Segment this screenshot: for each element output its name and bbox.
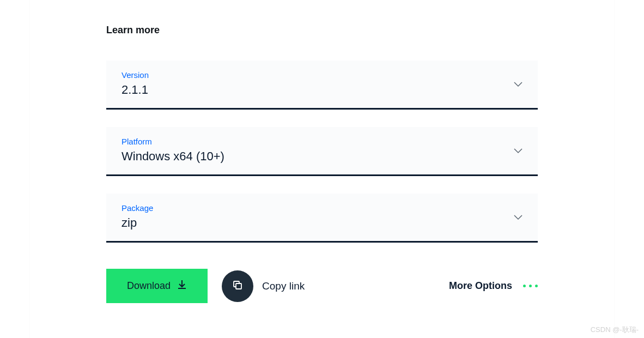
package-value: zip xyxy=(121,216,523,230)
copy-link-button[interactable] xyxy=(222,270,253,302)
watermark: CSDN @-耿瑞- xyxy=(591,325,639,335)
version-dropdown[interactable]: Version 2.1.1 xyxy=(106,61,538,110)
download-button[interactable]: Download xyxy=(106,269,208,303)
platform-value: Windows x64 (10+) xyxy=(121,149,523,164)
download-icon xyxy=(177,280,187,292)
copy-icon xyxy=(232,280,243,292)
chevron-down-icon xyxy=(514,213,523,222)
learn-more-link[interactable]: Learn more xyxy=(106,25,538,36)
version-value: 2.1.1 xyxy=(121,83,523,97)
more-options-dots-icon xyxy=(523,285,538,287)
platform-dropdown[interactable]: Platform Windows x64 (10+) xyxy=(106,127,538,176)
svg-rect-0 xyxy=(236,283,241,289)
actions-row: Download Copy link More Options xyxy=(106,269,538,303)
version-label: Version xyxy=(121,70,523,80)
more-options-button[interactable]: More Options xyxy=(449,280,538,292)
more-options-label: More Options xyxy=(449,280,512,292)
download-label: Download xyxy=(127,280,171,292)
package-label: Package xyxy=(121,203,523,213)
copy-link-label: Copy link xyxy=(262,280,305,292)
package-dropdown[interactable]: Package zip xyxy=(106,194,538,243)
chevron-down-icon xyxy=(514,146,523,156)
chevron-down-icon xyxy=(514,80,523,89)
platform-label: Platform xyxy=(121,137,523,146)
